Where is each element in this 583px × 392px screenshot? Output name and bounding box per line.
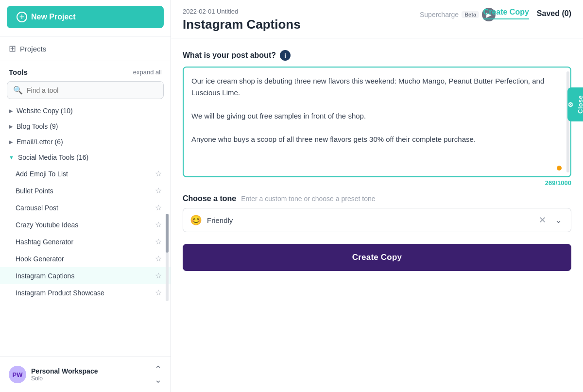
- tone-clear-button[interactable]: ✕: [537, 215, 548, 225]
- close-icon: ⚙: [566, 101, 574, 108]
- drag-indicator: [557, 166, 562, 170]
- tone-label: Choose a tone: [183, 194, 236, 203]
- star-icon[interactable]: ☆: [155, 169, 162, 178]
- projects-nav-item[interactable]: ⊞ Projects: [0, 38, 171, 59]
- tool-item-carousel-post[interactable]: Carousel Post ☆: [0, 199, 171, 216]
- tool-item-bullet-points[interactable]: Bullet Points ☆: [0, 182, 171, 199]
- tool-label: Add Emoji To List: [16, 170, 68, 178]
- category-label: Email/Letter (6): [17, 138, 63, 146]
- create-copy-label: Create Copy: [352, 253, 402, 262]
- star-icon[interactable]: ☆: [155, 203, 162, 212]
- main-header: Supercharge Beta ▶ Create Copy Saved (0)…: [171, 0, 583, 38]
- arrow-icon: ▶: [9, 108, 13, 114]
- tone-select[interactable]: 😊 Friendly ✕ ⌄: [183, 208, 571, 232]
- main-form: What is your post about? i Our ice cream…: [171, 38, 583, 392]
- char-count: 269/1000: [183, 179, 571, 187]
- tool-item-add-emoji[interactable]: Add Emoji To List ☆: [0, 165, 171, 182]
- arrow-icon: ▶: [9, 123, 13, 130]
- footer-text: Personal Workspace Solo: [31, 367, 98, 382]
- star-icon[interactable]: ☆: [155, 220, 162, 229]
- post-about-section: What is your post about? i: [183, 50, 571, 61]
- tab-create-copy[interactable]: Create Copy: [483, 8, 529, 19]
- tool-label: Instagram Captions: [16, 272, 74, 280]
- workspace-sub: Solo: [31, 375, 98, 382]
- avatar: PW: [9, 366, 26, 383]
- new-project-label: New Project: [31, 13, 76, 21]
- tool-label: Hook Generator: [16, 255, 64, 263]
- divider-2: [0, 61, 171, 61]
- tool-label: Bullet Points: [16, 187, 53, 195]
- tool-label: Hashtag Generator: [16, 238, 73, 246]
- tab-saved[interactable]: Saved (0): [537, 9, 571, 18]
- projects-icon: ⊞: [9, 43, 16, 54]
- main-content-area: Supercharge Beta ▶ Create Copy Saved (0)…: [171, 0, 583, 392]
- beta-badge: Beta: [462, 11, 479, 18]
- search-icon: 🔍: [13, 85, 23, 95]
- textarea-wrapper: Our ice cream shop is debuting three new…: [183, 67, 571, 177]
- category-label: Social Media Tools (16): [18, 153, 88, 161]
- projects-label: Projects: [20, 45, 46, 53]
- tool-item-hashtag-generator[interactable]: Hashtag Generator ☆: [0, 233, 171, 250]
- sidebar-footer[interactable]: PW Personal Workspace Solo ⌃⌄: [0, 357, 171, 392]
- arrow-icon: ▶: [9, 139, 13, 145]
- category-email-letter[interactable]: ▶ Email/Letter (6): [0, 134, 171, 150]
- divider: [0, 36, 171, 36]
- tone-placeholder: Enter a custom tone or choose a preset t…: [241, 195, 375, 203]
- plus-icon: +: [17, 12, 27, 22]
- category-blog-tools[interactable]: ▶ Blog Tools (9): [0, 119, 171, 134]
- create-copy-button[interactable]: Create Copy: [183, 244, 571, 271]
- scrollbar-thumb[interactable]: [166, 214, 169, 253]
- post-about-label: What is your post about?: [183, 51, 276, 60]
- star-icon[interactable]: ☆: [155, 288, 162, 297]
- arrow-icon: ▼: [9, 154, 14, 160]
- tool-label: Crazy Youtube Ideas: [16, 221, 78, 229]
- tool-item-crazy-youtube[interactable]: Crazy Youtube Ideas ☆: [0, 216, 171, 233]
- tools-title: Tools: [9, 68, 28, 76]
- workspace-name: Personal Workspace: [31, 367, 98, 375]
- footer-left: PW Personal Workspace Solo: [9, 366, 98, 383]
- star-icon[interactable]: ☆: [155, 254, 162, 263]
- tool-item-instagram-captions[interactable]: Instagram Captions ☆: [0, 267, 171, 284]
- supercharge-label: Supercharge: [420, 11, 459, 18]
- scrollbar-track: [166, 214, 169, 301]
- category-label: Website Copy (10): [17, 107, 73, 115]
- sidebar: + New Project ⊞ Projects Tools expand al…: [0, 0, 171, 392]
- chevron-icon[interactable]: ⌃⌄: [154, 364, 162, 385]
- tone-section-label: Choose a tone Enter a custom tone or cho…: [183, 194, 571, 203]
- star-icon[interactable]: ☆: [155, 271, 162, 280]
- info-icon[interactable]: i: [280, 50, 291, 61]
- textarea-scrollbar[interactable]: [566, 71, 569, 172]
- close-tab[interactable]: ⚙ Close: [567, 87, 583, 121]
- tool-item-hook-generator[interactable]: Hook Generator ☆: [0, 250, 171, 267]
- header-tabs: Create Copy Saved (0): [483, 8, 571, 19]
- category-label: Blog Tools (9): [17, 122, 58, 130]
- expand-all-button[interactable]: expand all: [133, 68, 162, 76]
- post-about-textarea[interactable]: Our ice cream shop is debuting three new…: [184, 68, 570, 174]
- tool-label: Instagram Product Showcase: [16, 289, 104, 297]
- category-website-copy[interactable]: ▶ Website Copy (10): [0, 103, 171, 119]
- tool-item-instagram-product[interactable]: Instagram Product Showcase ☆: [0, 284, 171, 301]
- tools-header: Tools expand all: [0, 63, 171, 79]
- tone-value: Friendly: [207, 216, 532, 224]
- search-box[interactable]: 🔍: [7, 81, 164, 99]
- star-icon[interactable]: ☆: [155, 186, 162, 195]
- tone-chevron-icon[interactable]: ⌄: [553, 215, 564, 225]
- close-label: Close: [577, 95, 583, 114]
- tools-list: ▶ Website Copy (10) ▶ Blog Tools (9) ▶ E…: [0, 103, 171, 357]
- search-input[interactable]: [27, 86, 157, 94]
- tone-emoji: 😊: [190, 214, 202, 226]
- category-social-media[interactable]: ▼ Social Media Tools (16): [0, 150, 171, 165]
- star-icon[interactable]: ☆: [155, 237, 162, 246]
- new-project-button[interactable]: + New Project: [7, 6, 164, 28]
- tool-label: Carousel Post: [16, 204, 58, 212]
